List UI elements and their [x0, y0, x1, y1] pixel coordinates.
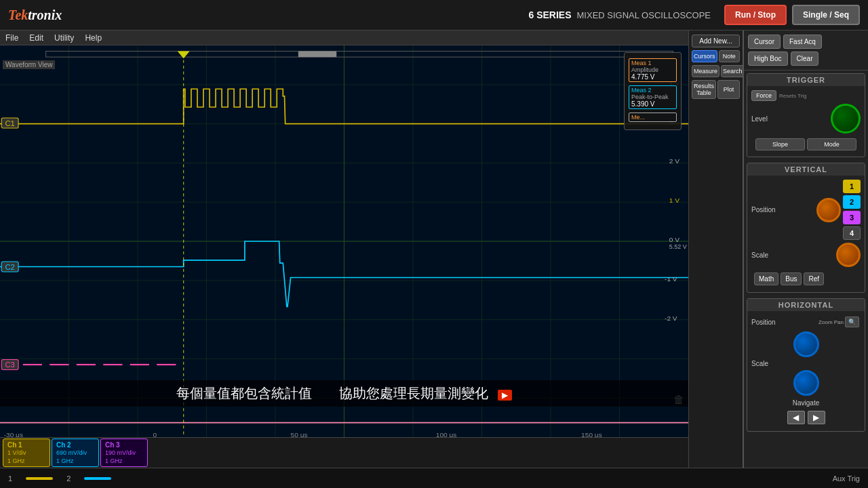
- horizontal-section: HORIZONTAL Position Zoom Pan 🔍 Scale: [747, 298, 865, 432]
- status-bar: 1 2 Aux Trig: [0, 468, 868, 488]
- horiz-knob-row: [751, 331, 861, 357]
- ch4-num-button[interactable]: 4: [843, 226, 861, 240]
- aux-trig-label: Aux Trig: [833, 474, 860, 483]
- ch3-name: Ch 3: [105, 441, 143, 449]
- menu-file[interactable]: File: [5, 33, 18, 43]
- horiz-scale-label: Scale: [751, 360, 768, 367]
- svg-text:C3: C3: [5, 361, 14, 369]
- channel-info-bar: Ch 1 1 V/div 1 GHz Ch 2 690 mV/div 1 GHz…: [0, 437, 688, 468]
- clear-button[interactable]: Clear: [791, 52, 819, 66]
- svg-text:0: 0: [153, 431, 157, 437]
- force-button[interactable]: Force: [751, 90, 776, 101]
- middle-section: File Edit Utility Help Waveform View: [0, 30, 868, 468]
- menu-edit[interactable]: Edit: [29, 33, 43, 43]
- slope-button[interactable]: Slope: [755, 138, 805, 150]
- vertical-scale-knob[interactable]: [836, 243, 861, 267]
- top-buttons: Run / Stop Single / Seq: [724, 5, 860, 25]
- cursor-button[interactable]: Cursor: [748, 35, 781, 49]
- cursors-button[interactable]: Cursors: [692, 50, 717, 62]
- svg-text:50 μs: 50 μs: [291, 431, 308, 437]
- top-bar: Tektronix 6 SERIES MIXED SIGNAL OSCILLOS…: [0, 0, 868, 30]
- oscilloscope-frame: Tektronix 6 SERIES MIXED SIGNAL OSCILLOS…: [0, 0, 868, 488]
- meas3-title: Me...: [631, 114, 674, 121]
- horizontal-scale-knob[interactable]: [793, 370, 819, 396]
- trigger-level-knob[interactable]: [831, 104, 861, 134]
- meas2-title: Meas 2: [631, 87, 674, 94]
- ch3-badge[interactable]: Ch 3 190 mV/div 1 GHz: [100, 439, 148, 467]
- svg-text:-30 μs: -30 μs: [4, 431, 23, 437]
- results-table-row: Results Table Plot: [692, 80, 740, 99]
- trigger-knob-section: Force Resets Trig Level Slope Mode: [747, 86, 865, 157]
- horiz-position-label: Position: [751, 319, 776, 326]
- measure-button[interactable]: Measure: [692, 65, 719, 77]
- search-button[interactable]: Search: [721, 65, 745, 77]
- ref-button[interactable]: Ref: [804, 272, 824, 285]
- vertical-position-knob[interactable]: [816, 198, 841, 222]
- meas2-value: 5.390 V: [631, 100, 674, 108]
- menu-utility[interactable]: Utility: [54, 33, 74, 43]
- meas3-box: Me...: [629, 113, 677, 122]
- ch1-badge[interactable]: Ch 1 1 V/div 1 GHz: [3, 439, 50, 467]
- high-boc-button[interactable]: High Boc: [748, 52, 788, 66]
- svg-rect-27: [46, 52, 673, 58]
- measure-search-row: Measure Search: [692, 65, 740, 77]
- ch1-bw: 1 GHz: [7, 458, 45, 466]
- run-stop-button[interactable]: Run / Stop: [724, 5, 787, 25]
- fast-acq-button[interactable]: Fast Acq: [783, 35, 822, 49]
- ch3-num-button[interactable]: 3: [843, 211, 861, 224]
- svg-text:2 V: 2 V: [669, 158, 680, 165]
- results-table-button[interactable]: Results Table: [692, 80, 716, 99]
- resets-trig-label: Resets Trig: [779, 93, 806, 99]
- meas1-value: 4.775 V: [631, 73, 674, 81]
- tab2-label[interactable]: 2: [66, 474, 71, 483]
- svg-text:C2: C2: [5, 263, 14, 271]
- horiz-position-row: Position Zoom Pan 🔍: [751, 315, 861, 329]
- plot-button[interactable]: Plot: [717, 80, 740, 99]
- horizontal-position-knob[interactable]: [793, 331, 819, 357]
- meas1-row: Meas 1 Amplitude 4.775 V: [629, 58, 677, 82]
- ch1-num-button[interactable]: 1: [843, 180, 861, 193]
- vertical-position-label: Position: [751, 206, 776, 214]
- nav-left-button[interactable]: ◀: [787, 411, 805, 424]
- ch-num-btns: 1 2 3 4: [843, 180, 861, 240]
- navigate-label: Navigate: [751, 399, 861, 408]
- meas1-label: Amplitude: [631, 66, 674, 73]
- nav-arrows: ◀ ▶: [751, 408, 861, 427]
- meas3-row: Me...: [629, 113, 677, 122]
- zoom-button[interactable]: 🔍: [845, 317, 859, 327]
- zoom-pan-row: Zoom Pan 🔍: [817, 315, 861, 329]
- math-button[interactable]: Math: [754, 272, 778, 285]
- note-button[interactable]: Note: [719, 50, 740, 62]
- menu-bar: File Edit Utility Help: [0, 30, 688, 45]
- ch2-num-button[interactable]: 2: [843, 195, 861, 209]
- svg-text:100 μs: 100 μs: [436, 431, 457, 437]
- nav-right-button[interactable]: ▶: [808, 411, 825, 424]
- horiz-scale-row: Scale: [751, 360, 861, 367]
- trigger-label: TRIGGER: [747, 74, 865, 86]
- svg-text:C1: C1: [5, 119, 14, 127]
- ch3-scale: 190 mV/div: [105, 449, 143, 458]
- trigger-section: TRIGGER Force Resets Trig Level Slope Mo…: [747, 73, 865, 157]
- controls-panel: Cursor Fast Acq High Boc Clear TRIGGER F…: [743, 30, 868, 468]
- ch2-badge[interactable]: Ch 2 690 mV/div 1 GHz: [52, 439, 99, 467]
- svg-text:-1 V: -1 V: [665, 275, 677, 283]
- mode-button[interactable]: Mode: [807, 138, 856, 150]
- vertical-label: VERTICAL: [747, 163, 865, 176]
- ch1-name: Ch 1: [7, 441, 45, 449]
- extra-btns: Math Bus Ref: [751, 270, 861, 288]
- horizontal-label: HORIZONTAL: [747, 299, 865, 311]
- bus-button[interactable]: Bus: [781, 272, 802, 285]
- add-new-button[interactable]: Add New...: [692, 35, 740, 47]
- model-series: 6 SERIES: [528, 9, 571, 20]
- tab1-label[interactable]: 1: [8, 474, 12, 483]
- measurements-overlay: Meas 1 Amplitude 4.775 V Meas 2 Peak-to-…: [624, 52, 682, 130]
- ch1-scale: 1 V/div: [7, 449, 45, 458]
- trigger-level-label: Level: [751, 115, 768, 123]
- subtitle-bar: 每個量值都包含統計值 協助您處理長期量測變化 ▶: [0, 380, 688, 407]
- single-seq-button[interactable]: Single / Seq: [792, 5, 860, 25]
- menu-help[interactable]: Help: [85, 33, 102, 43]
- ch2-name: Ch 2: [56, 441, 94, 449]
- svg-text:150 μs: 150 μs: [581, 431, 602, 437]
- svg-text:0 V: 0 V: [669, 236, 680, 243]
- slope-mode-row: Slope Mode: [751, 136, 861, 152]
